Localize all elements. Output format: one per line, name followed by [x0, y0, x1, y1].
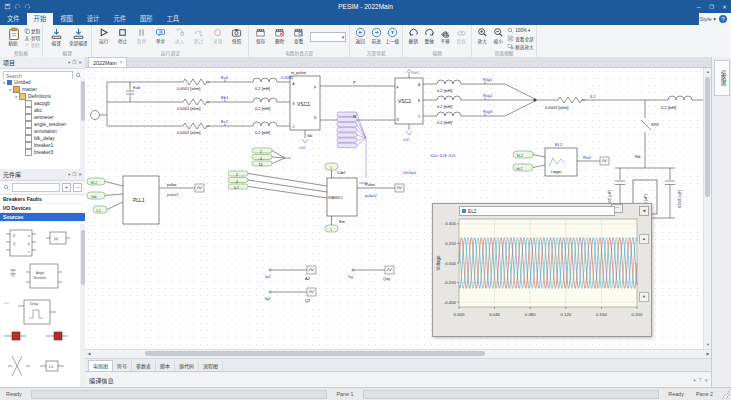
tab-tools[interactable]: 工具 [160, 13, 187, 25]
undo-icon[interactable] [14, 3, 21, 10]
plot-scroll-up-icon[interactable]: ▲ [639, 234, 649, 244]
waveform-plot-window[interactable]: ─ EL2 ◄ 0.0000.0400.0800.1200.1600.2000.… [432, 203, 652, 337]
zoom-level-dropdown[interactable]: 100% ▾ [507, 27, 533, 34]
run-button[interactable]: 运行 [94, 26, 113, 44]
redo-button[interactable]: 重做 [421, 26, 437, 44]
sheet-tab-script[interactable]: 脚本 [156, 361, 175, 371]
stop-button[interactable]: 停止 [113, 26, 132, 44]
save-icon[interactable] [4, 3, 11, 10]
tree-item-blk_delay[interactable]: blk_delay [0, 135, 80, 142]
hand-icon [440, 27, 451, 38]
tab-components[interactable]: 元件 [106, 13, 133, 25]
scheme-delete-button[interactable]: 删除 [270, 26, 289, 44]
scheme-save-button[interactable]: 保存 [251, 26, 270, 44]
panel-close-icon[interactable]: ✕ [78, 172, 82, 177]
breaker3-component[interactable] [54, 332, 62, 340]
tree-item-annotation[interactable]: annotation [0, 128, 80, 135]
nav-forward-button[interactable]: 前进 [368, 26, 384, 44]
step-into-button[interactable]: 进入 [170, 26, 189, 44]
canvas-hscrollbar[interactable]: ◀ ▶ [85, 349, 712, 358]
compile-all-button[interactable]: 全部编译 [67, 26, 89, 46]
document-tab-2022main[interactable]: 2022Main× [88, 57, 127, 67]
minimize-button[interactable]: ─ [692, 0, 705, 13]
circuit-label: 2 [260, 150, 262, 154]
fit-all-button[interactable]: 查看全部 [507, 35, 533, 42]
tree-item-ammeter[interactable]: ammeter [0, 114, 80, 121]
undo-button[interactable]: 撤销 [405, 26, 421, 44]
panel-menu-icon[interactable]: ▾ [68, 172, 70, 177]
step-over-button[interactable]: 跳过 [189, 26, 208, 44]
thyristor-component[interactable] [12, 356, 22, 376]
pan-button[interactable]: 平移 [437, 26, 453, 44]
tab-close-icon[interactable]: × [120, 60, 123, 65]
thumbnail-side-tab[interactable]: 缩略图 [714, 60, 730, 96]
tab-graphics[interactable]: 图形 [133, 13, 160, 25]
tree-item-master[interactable]: ▸master [0, 86, 80, 93]
breaker-component[interactable] [12, 332, 20, 340]
plot-scroll-down-icon[interactable]: ▼ [639, 292, 649, 302]
tree-item-breaker3[interactable]: breaker3 [0, 149, 80, 156]
resize-grip[interactable] [721, 389, 731, 399]
tab-view[interactable]: 视图 [53, 13, 80, 25]
library-search-input[interactable] [12, 183, 60, 192]
panel-float-icon[interactable]: ❐ [72, 60, 76, 65]
tree-item-abc[interactable]: abc [0, 107, 80, 114]
library-add-button[interactable]: + [62, 183, 71, 192]
category-sources[interactable]: Sources [0, 213, 85, 222]
tree-item-breaker1[interactable]: breaker1 [0, 142, 80, 149]
sheet-tab-symbol[interactable]: 符号 [113, 361, 132, 371]
sheet-tab-parameters[interactable]: 参数表 [132, 361, 156, 371]
paste-button[interactable]: 粘贴 [2, 26, 24, 46]
scheme-view-button[interactable]: 查看 [289, 26, 308, 44]
sheet-tab-source[interactable]: 源代码 [175, 361, 199, 371]
panel-close-icon[interactable]: ✕ [78, 60, 82, 65]
snapshot-button[interactable]: 快照 [227, 26, 246, 44]
tab-file[interactable]: 文件 [0, 13, 27, 25]
nav-up-button[interactable]: 上一级 [384, 26, 400, 44]
delete-button[interactable]: 删除 [24, 42, 40, 48]
tree-item-aacpgb[interactable]: aacpgb [0, 100, 80, 107]
library-remove-button[interactable]: − [73, 183, 82, 192]
tab-design[interactable]: 设计 [80, 13, 107, 25]
panel-float-icon[interactable]: ❐ [72, 172, 76, 177]
circuit-label: 0.2 [mH] [255, 86, 270, 91]
close-button[interactable]: ✕ [718, 0, 731, 13]
single-step-button[interactable]: 单步 [151, 26, 170, 44]
redo-icon[interactable] [24, 3, 31, 10]
style-dropdown[interactable]: Style ▾ [699, 16, 716, 22]
circuit-label: Rsy2 [483, 93, 493, 98]
legend-swatch [462, 209, 466, 213]
sheet-tab-flow[interactable]: 流程图 [199, 361, 223, 371]
record-button[interactable]: 录制 [208, 26, 227, 44]
zoom-in-button[interactable]: 放大 [474, 26, 490, 44]
find-button[interactable]: 查找 [453, 26, 469, 44]
panel-menu-icon[interactable]: ▾ [68, 60, 70, 65]
help-icon[interactable]: ? [719, 15, 727, 23]
svg-text:0.040: 0.040 [489, 312, 500, 317]
zoom-rect-button[interactable]: 框选放大 [507, 43, 533, 50]
scroll-left-icon[interactable]: ◀ [85, 350, 93, 358]
circuit-label: Isy [348, 274, 353, 279]
category-io-devices[interactable]: I/O Devices [0, 204, 85, 213]
collapse-icon[interactable]: ▾ [693, 378, 695, 383]
up-icon [387, 27, 398, 38]
sheet-tab-circuit[interactable]: 电路图 [88, 360, 113, 371]
cut-button[interactable]: 剪切 [24, 35, 40, 41]
tab-home[interactable]: 开始 [27, 13, 54, 25]
tree-item-angle_resolver[interactable]: angle_resolver [0, 121, 80, 128]
tree-item-Definitions[interactable]: ▸Definitions [0, 93, 80, 100]
compile-button[interactable]: 编译 [45, 26, 67, 46]
step-into-icon [174, 27, 185, 38]
svg-text:a: a [28, 234, 30, 238]
panel-help-icon[interactable]: ? [699, 378, 702, 383]
category-breakers-faults[interactable]: Breakers Faults [0, 195, 85, 204]
copy-button[interactable]: 复制 [24, 28, 40, 34]
scheme-combobox[interactable]: ▾ [310, 32, 346, 42]
nav-back-button[interactable]: 返回 [352, 26, 368, 44]
maximize-button[interactable]: ❐ [705, 0, 718, 13]
zoom-out-button[interactable]: 缩小 [490, 26, 506, 44]
tree-item-Untitled[interactable]: ▸Untitled [0, 79, 80, 86]
pause-button[interactable]: 暂停 [132, 26, 151, 44]
schematic-canvas[interactable]: 0.0001 [ohm]0.0001 [ohm]0.0001 [ohm]0.2 … [85, 68, 712, 349]
panel-close-icon[interactable]: ✕ [704, 378, 708, 383]
